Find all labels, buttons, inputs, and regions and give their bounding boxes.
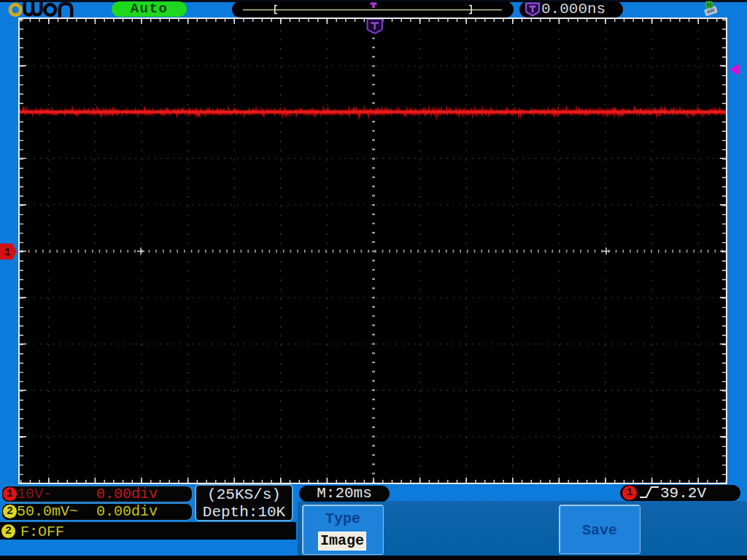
svg-text:1: 1 bbox=[4, 246, 10, 258]
